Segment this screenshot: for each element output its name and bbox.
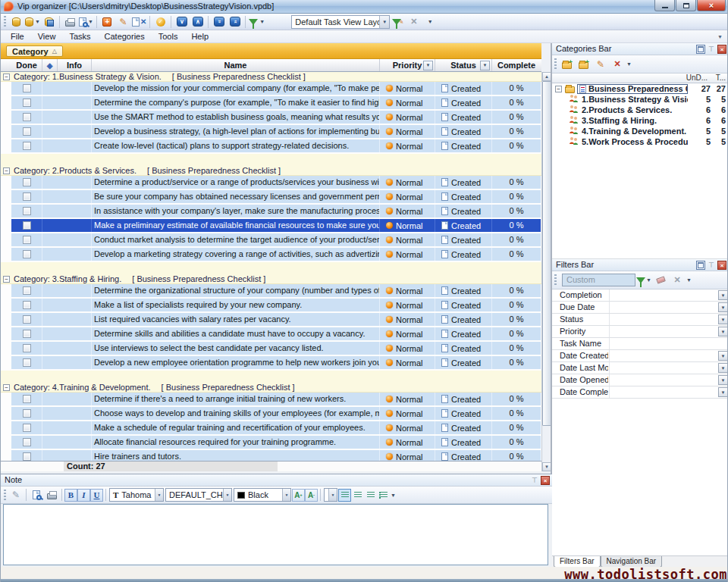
task-row[interactable]: Develop a marketing strategy covering a … <box>11 248 541 261</box>
filter-value[interactable]: ▼ <box>609 386 728 398</box>
filter-row-date-last-modifie[interactable]: Date Last Modifie▼ <box>552 362 728 374</box>
filter-dropdown-arrow[interactable]: ▼ <box>718 387 728 397</box>
panel-close-button[interactable]: × <box>717 261 726 270</box>
font-color-combo[interactable]: Black ▼ <box>234 488 291 502</box>
task-row[interactable]: Determine skills and abilities a candida… <box>11 327 541 340</box>
collapse-expander-icon[interactable]: − <box>3 74 10 80</box>
task-row[interactable]: Hire trainers and tutors.NormalCreated0 … <box>11 450 541 461</box>
column-header-complete[interactable]: Complete <box>492 59 541 71</box>
category-group-header[interactable]: −Category: 4.Training & Development.[ Bu… <box>1 383 541 393</box>
category-group-header[interactable]: −Category: 1.Business Strategy & Vision.… <box>1 72 541 82</box>
panel-restore-button[interactable] <box>696 261 705 270</box>
task-row[interactable]: Make a schedule of regular training and … <box>11 421 541 434</box>
decrease-font-button[interactable]: A- <box>305 489 318 502</box>
tree-category-row[interactable]: 2.Products & Services.66 <box>552 105 728 115</box>
tree-category-row[interactable]: 4.Training & Development.55 <box>552 126 728 136</box>
filter-value[interactable]: ▼ <box>609 350 728 361</box>
filter-row-completion[interactable]: Completion▼ <box>552 289 728 302</box>
panel-pin-button[interactable]: ⊤ <box>707 45 716 54</box>
filter-value[interactable]: ▼ <box>609 289 728 301</box>
filter-row-date-completed[interactable]: Date Completed▼ <box>552 386 728 399</box>
filter-preset-combo[interactable]: Custom <box>562 274 635 286</box>
task-row[interactable]: List required vacancies with salary rate… <box>11 313 541 326</box>
task-row[interactable]: Develop the mission for your commercial … <box>11 82 541 95</box>
task-done-checkbox[interactable] <box>23 409 31 418</box>
task-done-checkbox[interactable] <box>23 344 31 352</box>
collapse-expander-icon[interactable]: − <box>3 384 10 391</box>
task-row[interactable]: Be sure your company has obtained necess… <box>11 190 541 203</box>
task-row[interactable]: Develop a business strategy, (a high-lev… <box>11 125 541 138</box>
filter-dropdown-arrow[interactable]: ▼ <box>718 375 728 385</box>
note-print-button[interactable] <box>44 488 59 502</box>
task-done-checkbox[interactable] <box>23 236 31 244</box>
tree-category-row[interactable]: 3.Staffing & Hiring.66 <box>552 115 728 126</box>
task-row[interactable]: Use interviews to select the best candid… <box>11 342 541 355</box>
panel-pin-button[interactable]: ⊤ <box>530 476 539 485</box>
column-undone[interactable]: UnD... <box>686 74 708 83</box>
toolbar-overflow-icon[interactable]: ▼ <box>391 493 396 498</box>
align-right-button[interactable] <box>364 489 377 502</box>
task-done-checkbox[interactable] <box>23 286 31 295</box>
dropdown-arrow-icon[interactable]: ▼ <box>686 277 692 283</box>
task-done-checkbox[interactable] <box>23 84 31 92</box>
panel-close-button[interactable]: × <box>541 476 550 485</box>
save-database-button[interactable] <box>41 14 57 29</box>
line-spacing-combo[interactable]: ▼ <box>324 488 337 502</box>
filter-row-priority[interactable]: Priority▼ <box>552 326 728 338</box>
new-subcategory-button[interactable]: + <box>576 57 592 71</box>
increase-font-button[interactable]: A+ <box>292 489 305 502</box>
filter-button[interactable]: ▼ <box>248 14 265 29</box>
status-filter-dropdown[interactable]: ▼ <box>480 61 490 70</box>
print-preview-button[interactable]: ▼ <box>78 14 94 29</box>
grid-vertical-scrollbar[interactable]: ▲ ▼ <box>541 72 551 471</box>
task-done-checkbox[interactable] <box>23 113 31 121</box>
panel-restore-button[interactable] <box>696 45 705 54</box>
new-database-button[interactable] <box>8 14 24 29</box>
note-preview-button[interactable] <box>29 488 44 502</box>
filter-value[interactable]: ▼ <box>609 302 728 313</box>
menu-help[interactable]: Help <box>184 32 215 41</box>
panel-pin-button[interactable]: ⊤ <box>707 261 716 270</box>
filter-value[interactable] <box>609 338 728 349</box>
task-row[interactable]: Create low-level (tactical) plans to sup… <box>11 139 541 152</box>
task-row[interactable]: Allocate financial resources required fo… <box>11 436 541 449</box>
collapse-expander-icon[interactable]: − <box>3 167 10 174</box>
italic-button[interactable]: I <box>77 489 90 502</box>
task-row[interactable]: In assistance with your company's layer,… <box>11 205 541 217</box>
menu-file[interactable]: File <box>4 32 31 41</box>
filter-value[interactable]: ▼ <box>609 374 728 386</box>
task-done-checkbox[interactable] <box>23 395 31 403</box>
clear-layout-button[interactable]: ✕ <box>406 14 422 29</box>
combo-arrow-icon[interactable]: ▼ <box>282 489 290 501</box>
filter-dropdown-arrow[interactable]: ▼ <box>718 363 728 373</box>
tree-category-row[interactable]: 5.Work Process & Procedures.55 <box>552 136 728 147</box>
delete-category-button[interactable]: ✕ <box>609 57 626 71</box>
apply-filter-button[interactable]: ▼ <box>635 273 652 287</box>
filter-value[interactable]: ▼ <box>609 326 728 337</box>
move-down-button[interactable]: ∨ <box>174 14 190 29</box>
panel-close-button[interactable]: × <box>717 45 726 54</box>
close-button[interactable]: × <box>697 0 726 11</box>
tab-navigation-bar[interactable]: Navigation Bar <box>601 556 663 568</box>
group-by-category-chip[interactable]: Category △ <box>6 45 63 57</box>
open-database-button[interactable]: ▼ <box>24 14 41 29</box>
note-text-area[interactable] <box>3 504 548 565</box>
task-row[interactable]: Determine the organizational structure o… <box>11 284 541 297</box>
combo-arrow-icon[interactable]: ▼ <box>379 16 389 28</box>
filter-dropdown-arrow[interactable]: ▼ <box>718 290 728 300</box>
combo-arrow-icon[interactable]: ▼ <box>223 489 231 501</box>
minimize-button[interactable] <box>654 0 675 11</box>
filter-dropdown-arrow[interactable]: ▼ <box>718 351 728 361</box>
maximize-button[interactable] <box>676 0 696 11</box>
tab-filters-bar[interactable]: Filters Bar <box>554 556 601 568</box>
task-row[interactable]: Make a preliminary estimate of available… <box>11 219 541 232</box>
font-family-combo[interactable]: T Tahoma ▼ <box>109 488 164 502</box>
category-group-header[interactable]: −Category: 3.Staffing & Hiring.[ Busines… <box>1 274 541 284</box>
task-done-checkbox[interactable] <box>23 301 31 309</box>
task-done-checkbox[interactable] <box>23 99 31 107</box>
dropdown-arrow-icon[interactable]: ▼ <box>626 61 632 67</box>
task-view-layout-combo[interactable]: Default Task View Layout ▼ <box>291 15 390 29</box>
task-done-checkbox[interactable] <box>23 438 31 446</box>
task-row[interactable]: Conduct market analysis to determine the… <box>11 233 541 246</box>
task-row[interactable]: Determine the company's purpose (for exa… <box>11 96 541 109</box>
